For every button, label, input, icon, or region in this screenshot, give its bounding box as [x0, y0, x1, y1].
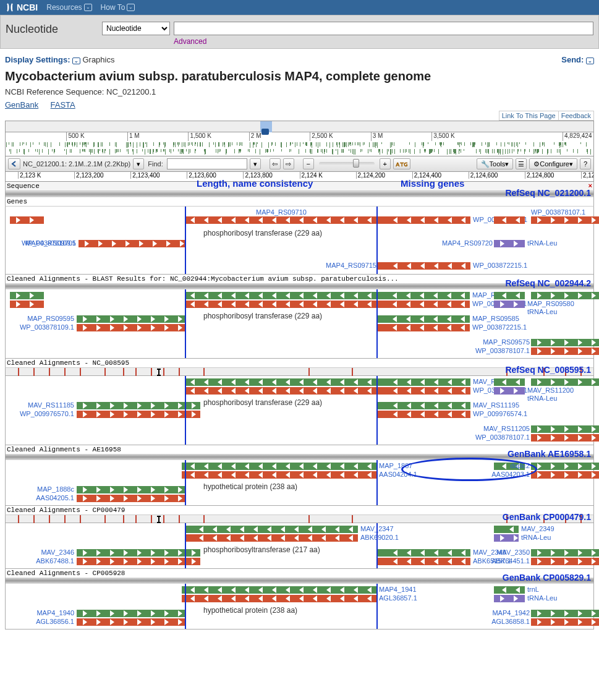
gene-feature[interactable] — [377, 315, 470, 323]
gene-feature[interactable] — [378, 216, 470, 224]
gene-feature[interactable] — [531, 610, 599, 617]
gene-feature[interactable] — [494, 534, 519, 542]
gene-label[interactable]: MAP4_RS09715 — [317, 262, 376, 269]
help-button[interactable]: ? — [580, 158, 591, 169]
gene-label[interactable]: AAS04205.1 — [15, 494, 74, 502]
gene-label[interactable]: MAV_2350 — [470, 548, 530, 556]
gene-label[interactable]: WP_009976574.1 — [473, 410, 527, 417]
tools-button[interactable]: 🔧 Tools ▾ — [477, 158, 514, 169]
gene-feature[interactable] — [531, 434, 599, 442]
back-button[interactable] — [8, 158, 20, 169]
display-settings-button[interactable]: Display Settings: ⌄ — [5, 55, 80, 64]
gene-feature[interactable] — [378, 549, 470, 557]
gene-feature[interactable] — [182, 463, 376, 470]
gene-feature[interactable] — [378, 387, 470, 395]
gene-feature[interactable] — [185, 378, 376, 386]
configure-button[interactable]: ⚙ Configure ▾ — [529, 158, 577, 169]
gene-label[interactable]: WP_003872215.1 — [473, 262, 527, 269]
gene-feature[interactable] — [77, 402, 200, 409]
gene-label[interactable]: MAV_2349 — [521, 525, 554, 532]
overview-slider[interactable] — [6, 121, 593, 132]
gene-label[interactable]: WP_003878109.1 — [15, 323, 74, 331]
gene-feature[interactable] — [494, 378, 525, 386]
gene-label[interactable]: MAP4_1941 — [379, 586, 417, 593]
gene-feature[interactable] — [79, 240, 185, 247]
gene-label[interactable]: MAP4_RS09710 — [256, 208, 307, 216]
gene-feature[interactable] — [77, 618, 185, 626]
gene-feature[interactable] — [77, 558, 200, 565]
gene-feature[interactable] — [182, 595, 376, 602]
gene-feature[interactable] — [531, 216, 599, 224]
gene-feature[interactable] — [77, 610, 185, 617]
gene-label[interactable]: MAP_RS09575 — [470, 338, 530, 346]
gene-label[interactable]: tRNA-Leu — [527, 594, 557, 602]
gene-label[interactable]: WP_003878107.1 — [470, 433, 530, 441]
gene-feature[interactable] — [77, 411, 200, 418]
gene-feature[interactable] — [185, 292, 376, 299]
advanced-link[interactable]: Advanced — [174, 37, 206, 46]
gene-feature[interactable] — [531, 618, 599, 626]
gene-label[interactable]: MAP_RS09585 — [472, 315, 519, 322]
gene-feature[interactable] — [77, 495, 185, 502]
gene-feature[interactable] — [182, 586, 376, 594]
gene-label[interactable]: MAV_RS11200 — [527, 386, 574, 394]
gene-feature[interactable] — [378, 558, 470, 565]
howto-menu[interactable]: How To⌄ — [101, 3, 135, 12]
gene-label[interactable]: tRNA-Leu — [527, 239, 557, 247]
gene-label[interactable]: MAP_1888c — [15, 485, 74, 493]
gene-label[interactable]: MAP4_RS09720 — [433, 239, 493, 247]
overview-panel[interactable]: 500 K1 M1,500 K2 M2,500 K3 M3,500 K4,829… — [5, 121, 594, 156]
gene-feature[interactable] — [77, 486, 185, 493]
gene-feature[interactable] — [10, 216, 44, 224]
genome-track[interactable]: MAP4_1941AGL36857.1trnLtRNA-LeuMAP4_1940… — [5, 584, 594, 630]
gene-feature[interactable] — [77, 324, 185, 331]
gene-feature[interactable] — [531, 471, 599, 479]
gene-label[interactable]: ABK67488.1 — [15, 557, 74, 565]
gene-feature[interactable] — [531, 339, 599, 346]
layers-button[interactable]: ☰ — [516, 158, 527, 169]
location-dropdown[interactable]: ▾ — [133, 158, 144, 169]
gene-feature[interactable] — [494, 301, 525, 308]
gene-label[interactable]: WP_009976570.1 — [15, 410, 74, 417]
zoom-seq-button[interactable]: ᴀᴛɢ — [393, 158, 410, 169]
gene-feature[interactable] — [494, 240, 525, 247]
zoom-in-button[interactable]: + — [380, 158, 391, 169]
gene-feature[interactable] — [10, 292, 44, 299]
gene-feature[interactable] — [378, 402, 470, 409]
pan-left-button[interactable]: ⇦ — [270, 158, 281, 169]
genbank-link[interactable]: GenBank — [5, 100, 38, 109]
find-dropdown[interactable]: ▾ — [250, 158, 261, 169]
gene-label[interactable]: WP_003878107.1 — [531, 208, 585, 216]
gene-label[interactable]: trnL — [527, 586, 539, 593]
gene-label[interactable]: AGL36856.1 — [15, 618, 74, 625]
gene-label[interactable]: WP_003878109.1 — [17, 239, 76, 247]
gene-feature[interactable] — [494, 586, 525, 594]
gene-feature[interactable] — [531, 348, 599, 355]
gene-feature[interactable] — [77, 315, 185, 323]
gene-feature[interactable] — [531, 425, 599, 433]
gene-feature[interactable] — [185, 216, 376, 224]
database-select[interactable]: Nucleotide — [102, 22, 170, 35]
fasta-link[interactable]: FASTA — [51, 100, 75, 109]
zoom-out-button[interactable]: − — [303, 158, 314, 169]
gene-label[interactable]: ABK69020.1 — [360, 534, 399, 541]
genome-track[interactable]: MAP_RS09590WP_003872216.1MAP_RS09580tRNA… — [5, 289, 594, 359]
send-button[interactable]: Send: ⌄ — [561, 55, 594, 64]
zoom-slider[interactable] — [319, 162, 375, 166]
gene-feature[interactable] — [531, 292, 599, 299]
gene-feature[interactable] — [377, 292, 470, 299]
genome-track[interactable]: MAP4_RS09710WP_003872216.1WP_003878107.1… — [5, 207, 594, 275]
genome-track[interactable]: MAP_1887AAS04204.1dapE2AAS04203.1MAP_188… — [5, 460, 594, 506]
gene-label[interactable]: tRNA-Leu — [521, 534, 551, 541]
gene-feature[interactable] — [494, 292, 525, 299]
gene-feature[interactable] — [185, 387, 376, 395]
gene-feature[interactable] — [531, 549, 599, 557]
gene-feature[interactable] — [531, 378, 599, 386]
genome-track[interactable]: MAV_RS11190WP_033715495.1MAV_RS11200tRNA… — [5, 376, 594, 445]
gene-feature[interactable] — [494, 216, 525, 224]
gene-label[interactable]: MAP_RS09595 — [15, 315, 74, 322]
resources-menu[interactable]: Resources⌄ — [46, 3, 91, 12]
gene-label[interactable]: tRNA-Leu — [527, 308, 557, 315]
gene-feature[interactable] — [10, 301, 44, 308]
gene-feature[interactable] — [185, 526, 358, 533]
